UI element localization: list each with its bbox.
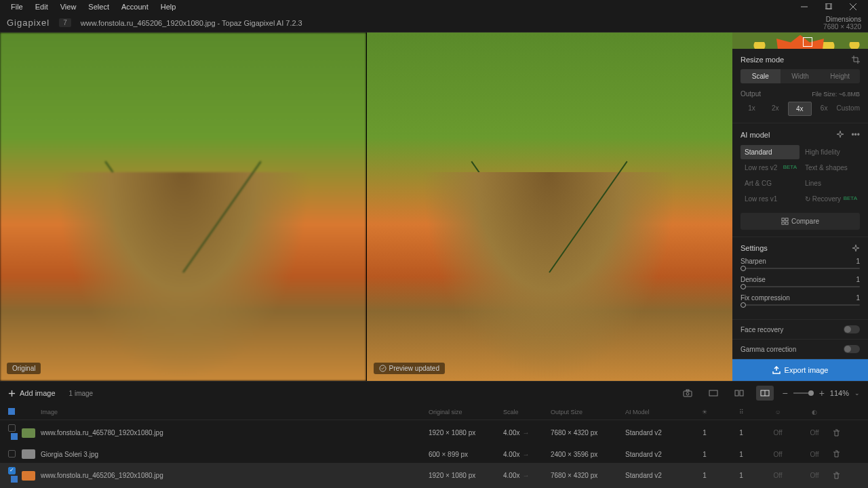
menu-select[interactable]: Select	[83, 1, 115, 12]
app-name: Gigapixel	[7, 18, 50, 28]
face-recovery-row: Face recovery	[732, 320, 868, 340]
row-checkbox[interactable]	[8, 450, 16, 458]
file-title: www.fonstola.ru_465206_1920x1080.jpg - T…	[81, 19, 302, 27]
svg-rect-17	[740, 390, 743, 396]
minimize-button[interactable]	[795, 0, 814, 14]
sparkle-icon[interactable]	[852, 244, 860, 252]
menu-edit[interactable]: Edit	[30, 1, 54, 12]
row-filename: www.fonstola.ru_465780_1920x1080.jpg	[41, 429, 429, 436]
resize-scale-button[interactable]: Scale	[741, 69, 781, 83]
navigator-thumbnail[interactable]	[732, 33, 868, 49]
view-camera[interactable]	[679, 386, 696, 401]
bottom-toolbar: Add image 1 image − + 114% ⌄	[0, 382, 868, 405]
maximize-button[interactable]	[819, 0, 838, 14]
header-model[interactable]: AI Model	[625, 409, 686, 415]
svg-rect-1	[825, 3, 831, 9]
model-art-cg[interactable]: Art & CG	[741, 176, 800, 190]
row-model: Standard v2	[625, 472, 686, 479]
preview-enhanced: Preview updated	[367, 33, 733, 381]
zoom-out-button[interactable]: −	[782, 388, 787, 399]
scale-1x[interactable]: 1x	[741, 102, 763, 116]
svg-rect-2	[827, 3, 832, 9]
zoom-dropdown[interactable]: ⌄	[854, 390, 860, 396]
table-row[interactable]: Giorgia Soleri 3.jpg 600 × 899 px 4.00x→…	[0, 445, 868, 463]
zoom-in-button[interactable]: +	[819, 388, 825, 399]
navigator-selector[interactable]	[803, 37, 812, 47]
model-low-res-v1[interactable]: Low res v1	[741, 192, 800, 206]
export-button[interactable]: Export image	[732, 359, 868, 381]
resize-mode-title: Resize mode	[741, 56, 784, 64]
resize-height-button[interactable]: Height	[820, 69, 860, 83]
row-scale: 4.00x→	[503, 451, 551, 458]
fix-compression-slider[interactable]: Fix compression1	[741, 294, 860, 306]
row-delete-button[interactable]	[833, 429, 860, 437]
row-filename: Giorgia Soleri 3.jpg	[41, 451, 429, 458]
row-sharpen: 1	[686, 429, 723, 436]
model-low-res-v2[interactable]: Low res v2BETA	[741, 161, 800, 175]
table-header: Image Original size Scale Output Size AI…	[0, 405, 868, 420]
menu-help[interactable]: Help	[155, 1, 182, 12]
dimensions-label: Dimensions	[823, 16, 861, 23]
close-button[interactable]	[844, 0, 863, 14]
view-single[interactable]	[705, 386, 722, 401]
crop-icon[interactable]	[852, 56, 860, 64]
compare-button[interactable]: Compare	[741, 213, 860, 230]
table-row[interactable]: www.fonstola.ru_465780_1920x1080.jpg 192…	[0, 420, 868, 445]
main-area: Original Preview updated Resize mode Sca…	[0, 33, 868, 381]
header-image[interactable]: Image	[41, 409, 429, 415]
header-scale[interactable]: Scale	[503, 409, 551, 415]
scale-6x[interactable]: 6x	[813, 102, 835, 116]
svg-rect-15	[709, 390, 717, 396]
menu-view[interactable]: View	[55, 1, 82, 12]
model-text-shapes[interactable]: Text & shapes	[801, 161, 860, 175]
select-all-checkbox[interactable]	[8, 408, 15, 415]
gamma-correction-toggle[interactable]	[844, 345, 860, 353]
denoise-slider[interactable]: Denoise1	[741, 276, 860, 287]
model-grid: Standard High fidelity Low res v2BETA Te…	[741, 145, 860, 206]
scale-options: 1x 2x 4x 6x Custom	[741, 102, 860, 116]
scale-2x[interactable]: 2x	[764, 102, 787, 116]
zoom-slider[interactable]	[793, 392, 814, 394]
header-original[interactable]: Original size	[429, 409, 503, 415]
model-high-fidelity[interactable]: High fidelity	[801, 145, 860, 159]
header-gamma-icon: ◐	[796, 409, 833, 415]
sparkle-icon[interactable]	[836, 130, 844, 140]
row-original-size: 1920 × 1080 px	[429, 472, 503, 479]
gamma-correction-label: Gamma correction	[741, 346, 796, 353]
row-delete-button[interactable]	[833, 450, 860, 458]
row-checkbox[interactable]	[8, 467, 16, 474]
row-face: Off	[760, 472, 796, 479]
model-lines[interactable]: Lines	[801, 176, 860, 190]
menu-file[interactable]: File	[5, 1, 28, 12]
sharpen-slider[interactable]: Sharpen1	[741, 258, 860, 269]
zoom-value: 114%	[830, 389, 849, 397]
row-delete-button[interactable]	[833, 472, 860, 480]
view-side-by-side[interactable]	[756, 386, 774, 401]
row-original-size: 600 × 899 px	[429, 451, 503, 458]
header-output[interactable]: Output Size	[551, 409, 625, 415]
preview-area[interactable]: Original Preview updated	[0, 33, 732, 381]
row-checkbox[interactable]	[8, 424, 16, 432]
resize-width-button[interactable]: Width	[781, 69, 821, 83]
scale-4x[interactable]: 4x	[788, 102, 812, 116]
titlebar: Gigapixel 7 www.fonstola.ru_465206_1920x…	[0, 14, 868, 33]
preview-original: Original	[0, 33, 367, 381]
row-output-size: 7680 × 4320 px	[551, 429, 625, 436]
table-row[interactable]: www.fonstola.ru_465206_1920x1080.jpg 192…	[0, 463, 868, 488]
add-image-button[interactable]: Add image	[8, 389, 56, 397]
more-icon[interactable]: •••	[851, 130, 860, 140]
row-gamma: Off	[796, 472, 833, 479]
svg-rect-9	[785, 222, 788, 224]
gamma-correction-row: Gamma correction	[732, 340, 868, 359]
menu-account[interactable]: Account	[116, 1, 154, 12]
menu-items: File Edit View Select Account Help	[5, 1, 181, 12]
row-sharpen: 1	[686, 451, 723, 458]
model-recovery[interactable]: ↻ RecoveryBETA	[801, 192, 860, 206]
resize-mode-segmented: Scale Width Height	[741, 69, 860, 83]
row-face: Off	[760, 429, 796, 436]
model-standard[interactable]: Standard	[741, 145, 800, 159]
view-split[interactable]	[730, 386, 748, 401]
face-recovery-toggle[interactable]	[844, 325, 860, 333]
scale-custom[interactable]: Custom	[837, 102, 860, 116]
row-denoise: 1	[723, 451, 760, 458]
